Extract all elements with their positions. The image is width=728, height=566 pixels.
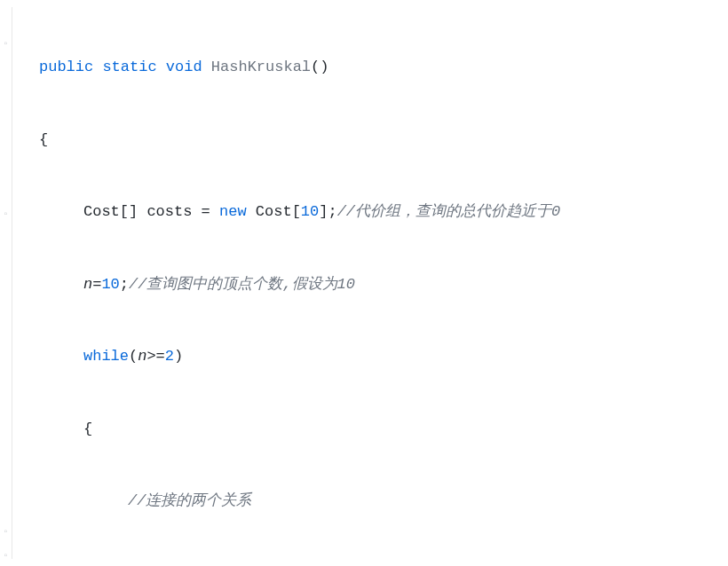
fold-indicator[interactable] (0, 105, 12, 130)
variable: n (138, 344, 146, 368)
number-literal: 10 (301, 200, 319, 224)
fold-indicator[interactable] (0, 471, 12, 496)
fold-indicator[interactable]: ▫ (0, 202, 12, 227)
fold-indicator[interactable] (0, 56, 12, 81)
fold-indicator[interactable] (0, 130, 12, 154)
fold-indicator[interactable] (0, 300, 12, 325)
brace: { (39, 128, 48, 152)
number-literal: 10 (101, 272, 119, 296)
function-call: get1 (191, 562, 227, 566)
operator: = (182, 562, 191, 566)
operator: = (92, 272, 101, 296)
fold-indicator[interactable] (0, 178, 12, 203)
code-line: while(n>=2) (39, 344, 560, 369)
fold-indicator[interactable] (0, 446, 12, 471)
comment: //代价组，查询的总代价趋近于0 (337, 200, 561, 224)
keyword: public static void (39, 55, 202, 79)
code-text: Cost[] costs = (83, 200, 219, 224)
fold-indicator[interactable] (0, 422, 12, 447)
paren: ) (174, 344, 183, 368)
code-editor: ▫ ▫ ▫ ▫ public static void HashKruskal()… (0, 7, 728, 559)
fold-indicator[interactable]: ▫ (0, 32, 12, 57)
fold-indicator[interactable] (0, 397, 12, 422)
paren: ( (129, 344, 138, 368)
fold-indicator[interactable] (0, 7, 12, 32)
variable: n (83, 272, 92, 296)
keyword: new (219, 200, 247, 224)
parentheses: () (311, 55, 328, 79)
code-content[interactable]: public static void HashKruskal() { Cost[… (12, 7, 560, 559)
number-literal: 2 (165, 344, 174, 368)
fold-indicator[interactable] (0, 325, 12, 350)
code-line: { (39, 417, 560, 442)
comment: //查询图中的顶点个数,假设为10 (129, 272, 355, 296)
code-text: Join R (128, 562, 182, 566)
fold-indicator[interactable]: ▫ (0, 544, 12, 566)
paren: ( (227, 562, 236, 566)
code-text: Cost[ (247, 200, 301, 224)
fold-indicator[interactable] (0, 251, 12, 276)
code-line: { (39, 128, 560, 153)
fold-indicator[interactable] (0, 495, 12, 520)
code-line: Join R=get1(n); (39, 562, 560, 567)
paren: ); (246, 562, 264, 566)
code-text: ]; (319, 200, 336, 224)
comment: //连接的两个关系 (128, 489, 251, 513)
variable: n (236, 562, 245, 566)
fold-indicator[interactable] (0, 227, 12, 252)
fold-indicator[interactable] (0, 276, 12, 301)
operator: >= (146, 344, 164, 368)
code-line: public static void HashKruskal() (39, 55, 560, 80)
function-name: HashKruskal (202, 55, 311, 79)
fold-indicator[interactable] (0, 349, 12, 373)
code-line: Cost[] costs = new Cost[10];//代价组，查询的总代价… (39, 200, 560, 224)
fold-gutter: ▫ ▫ ▫ ▫ (0, 7, 12, 559)
fold-indicator[interactable] (0, 81, 12, 106)
fold-indicator[interactable] (0, 153, 12, 178)
fold-indicator[interactable] (0, 373, 12, 398)
code-line: //连接的两个关系 (39, 489, 560, 514)
keyword: while (83, 344, 129, 368)
brace: { (83, 417, 92, 441)
fold-indicator[interactable]: ▫ (0, 520, 12, 545)
code-line: n=10;//查询图中的顶点个数,假设为10 (39, 272, 560, 297)
semicolon: ; (120, 272, 129, 296)
